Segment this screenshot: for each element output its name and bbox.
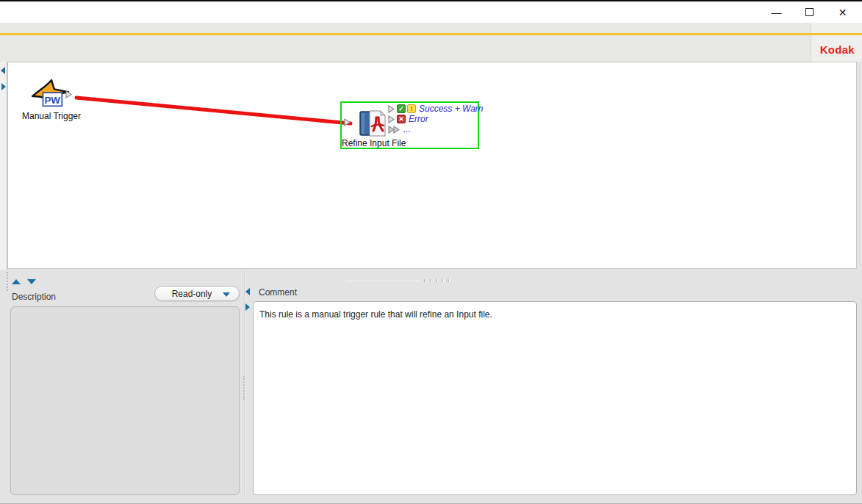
error-icon: ✕ <box>397 115 406 123</box>
node-manual-trigger[interactable]: PW Manual Trigger <box>0 62 96 128</box>
comment-collapse-left-icon[interactable] <box>245 288 250 295</box>
description-textarea <box>10 306 240 495</box>
output-row-success[interactable]: ✓ ! Success + Warn <box>388 104 483 114</box>
comment-textarea[interactable]: This rule is a manual trigger rule that … <box>253 301 857 495</box>
workflow-canvas[interactable]: PW Manual Trigger <box>0 62 862 270</box>
horizontal-splitter-groove <box>345 281 421 281</box>
canvas-surface[interactable] <box>7 62 857 269</box>
panel-drag-handle[interactable] <box>7 272 8 291</box>
output-port-icon[interactable] <box>388 105 395 113</box>
output-label-more: ... <box>403 124 411 134</box>
application-window: — ✕ Kodak PW <box>0 0 862 504</box>
output-row-more[interactable]: ... <box>388 124 483 134</box>
node-label: Manual Trigger <box>18 111 85 121</box>
title-bar: — ✕ <box>0 1 862 23</box>
refine-pdf-icon[interactable] <box>359 109 387 138</box>
kodak-logo: Kodak <box>820 43 855 56</box>
double-chevron-port-icon[interactable] <box>388 126 401 134</box>
trigger-output-port-icon[interactable] <box>65 90 73 98</box>
comment-label: Comment <box>259 287 297 298</box>
bottom-panel: Description Read-only Comment This rule … <box>0 270 862 504</box>
maximize-button[interactable] <box>793 1 826 23</box>
close-button[interactable]: ✕ <box>826 1 859 23</box>
window-controls: — ✕ <box>760 1 859 23</box>
toolbar-band: Kodak <box>0 23 862 62</box>
output-row-error[interactable]: ✕ Error <box>388 114 483 124</box>
comment-text: This rule is a manual trigger rule that … <box>259 309 850 320</box>
success-icon: ✓ <box>397 104 406 113</box>
comment-expand-right-icon[interactable] <box>245 303 250 311</box>
description-label: Description <box>12 292 56 302</box>
brand-panel <box>811 23 862 62</box>
output-port-icon[interactable] <box>388 115 395 123</box>
horizontal-splitter-handle[interactable] <box>424 279 450 282</box>
minimize-button[interactable]: — <box>760 1 793 23</box>
collapse-down-icon[interactable] <box>27 279 36 284</box>
node-label: Refine Input File <box>342 138 406 148</box>
node-refine-input-file[interactable]: ✓ ! Success + Warn ✕ Error ... <box>340 101 479 149</box>
read-only-dropdown[interactable]: Read-only <box>154 286 240 301</box>
chevron-down-icon <box>223 292 230 297</box>
output-label-error: Error <box>409 114 428 124</box>
refine-output-ports: ✓ ! Success + Warn ✕ Error ... <box>388 104 483 134</box>
collapse-up-icon[interactable] <box>12 279 21 284</box>
refine-input-port-icon[interactable] <box>344 118 351 126</box>
read-only-dropdown-value: Read-only <box>172 289 212 299</box>
svg-text:PW: PW <box>44 95 60 106</box>
output-label-success: Success + Warn <box>419 104 483 114</box>
warning-icon: ! <box>407 104 416 113</box>
manual-trigger-pw-icon[interactable]: PW <box>31 79 71 112</box>
gold-accent-rule <box>0 33 862 35</box>
vertical-splitter-handle[interactable] <box>243 376 245 400</box>
maximize-icon <box>805 8 813 16</box>
